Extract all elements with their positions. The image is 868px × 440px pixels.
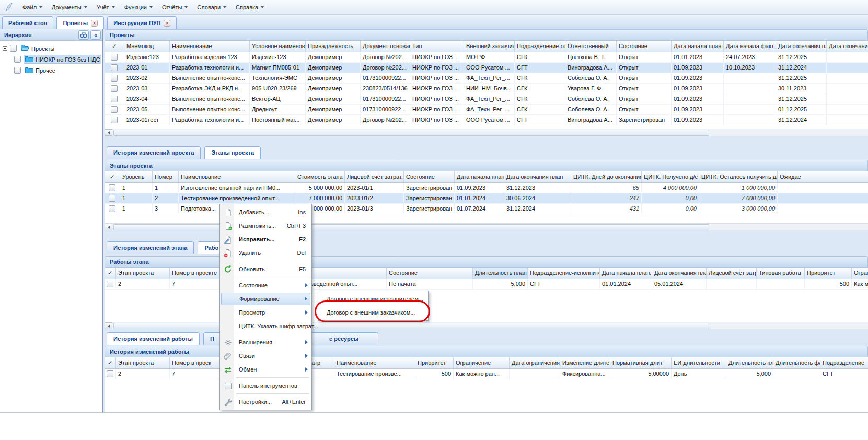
context-menu-item[interactable]: Размножить...Ctrl+F3: [221, 219, 310, 233]
column-header[interactable]: Подразделение: [820, 357, 868, 368]
tab-work-resources-2[interactable]: е ресурсы: [309, 332, 378, 345]
table-row[interactable]: 11Изготовление опытной партии ПМ0...5 00…: [105, 183, 868, 193]
table-row[interactable]: 2023-02Выполнение опытно-конс...Технолог…: [105, 73, 868, 84]
checkbox[interactable]: [111, 85, 118, 92]
row-checkbox-cell[interactable]: [105, 193, 120, 204]
table-row[interactable]: 2023-01тестРазработка технологии и...Пос…: [105, 115, 868, 125]
row-checkbox-cell[interactable]: [105, 105, 124, 115]
column-header[interactable]: Ответственный: [565, 41, 617, 52]
column-header[interactable]: Дата начала план.: [672, 41, 724, 52]
column-header[interactable]: Наименование: [179, 171, 295, 182]
column-header[interactable]: ✓: [105, 357, 116, 368]
tree-item-niokr[interactable]: НИОКР по ГОЗ без НДС: [0, 54, 102, 65]
column-header[interactable]: Дата начала план: [455, 171, 504, 182]
menu-documents[interactable]: Документы: [47, 2, 92, 13]
horizontal-scrollbar[interactable]: [105, 129, 868, 136]
checkbox[interactable]: [111, 106, 118, 113]
column-header[interactable]: ЦИТК. Осталось получить д/с: [699, 171, 778, 182]
column-header[interactable]: ✓: [105, 41, 124, 52]
checkbox[interactable]: [111, 75, 118, 82]
column-header[interactable]: ✓: [105, 268, 116, 279]
column-header[interactable]: Условное наименова: [250, 41, 306, 52]
column-header[interactable]: Длительность фак: [773, 357, 820, 368]
row-checkbox-cell[interactable]: [105, 183, 120, 193]
column-header[interactable]: ЦИТК. Дней до окончания: [571, 171, 642, 182]
column-header[interactable]: Ограничение: [454, 357, 510, 368]
column-header[interactable]: Нормативная длит: [610, 357, 672, 368]
submenu-item[interactable]: Договор с внешним заказчиком...: [319, 306, 427, 319]
column-header[interactable]: Лицевой счёт затр: [707, 268, 757, 279]
column-header[interactable]: Дата окончани: [827, 41, 868, 52]
row-checkbox-cell[interactable]: [105, 204, 120, 214]
column-header[interactable]: Дата ограничения: [510, 357, 560, 368]
scroll-left-icon[interactable]: [105, 224, 112, 230]
column-header[interactable]: Подразделение-исполнитель.: [528, 268, 600, 279]
column-header[interactable]: Уровень: [120, 171, 153, 182]
column-header[interactable]: ЕИ длительности: [672, 357, 726, 368]
tab-stage-history[interactable]: История изменений этапа: [107, 241, 194, 254]
context-menu-item[interactable]: ОбновитьF5: [221, 262, 310, 276]
tab-project-stages[interactable]: Этапы проекта: [204, 146, 261, 159]
column-header[interactable]: Дата окончания план: [504, 171, 571, 182]
column-header[interactable]: Наименование: [334, 357, 415, 368]
menu-accounting[interactable]: Учёт: [92, 2, 120, 13]
column-header[interactable]: Этап проекта: [116, 268, 170, 279]
column-header[interactable]: Дата начала факт.: [724, 41, 776, 52]
column-header[interactable]: Типовая работа: [757, 268, 805, 279]
checkbox[interactable]: [225, 383, 232, 389]
column-header[interactable]: Состояние: [617, 41, 672, 52]
column-header[interactable]: Приоритет: [415, 357, 454, 368]
menu-dictionaries[interactable]: Словари: [192, 2, 231, 13]
column-header[interactable]: Внешний заказчик: [464, 41, 515, 52]
column-header[interactable]: Изменение длите: [560, 357, 610, 368]
column-header[interactable]: Номер в проекте: [170, 268, 226, 279]
column-header[interactable]: Дата окончания пл: [776, 41, 827, 52]
tree-item-projects[interactable]: Проекты: [0, 43, 102, 54]
column-header[interactable]: Состояние: [404, 171, 455, 182]
checkbox[interactable]: [109, 195, 115, 202]
column-header[interactable]: Длительность пла: [726, 357, 773, 368]
row-checkbox-cell[interactable]: [105, 369, 116, 379]
column-header[interactable]: Мнемокод: [124, 41, 170, 52]
submenu-item[interactable]: Договор с внешним исполнителем...: [319, 292, 427, 306]
close-icon[interactable]: ✕: [164, 20, 170, 27]
scrollbar-thumb[interactable]: [113, 224, 709, 230]
context-menu-item[interactable]: Просмотр: [221, 306, 310, 319]
tree-item-other[interactable]: Прочее: [0, 65, 102, 76]
close-icon[interactable]: ✕: [91, 20, 98, 27]
table-row[interactable]: 2023-01Разработка технологии и...Магнит …: [105, 63, 868, 73]
row-checkbox-cell[interactable]: [105, 115, 124, 125]
column-header[interactable]: Этап проекта: [116, 357, 170, 368]
table-row[interactable]: 2023-03Разработка ЭКД и РКД н...905-U020…: [105, 84, 868, 94]
expander-minus-icon[interactable]: [3, 46, 7, 51]
collapse-panel-icon[interactable]: «: [90, 30, 101, 40]
table-row[interactable]: Изделие123Разработка изделия 123Изделие-…: [105, 52, 868, 63]
row-checkbox-cell[interactable]: [105, 84, 124, 94]
context-menu-item[interactable]: ЦИТК. Указать шифр затрат...: [221, 319, 310, 333]
row-checkbox-cell[interactable]: [105, 94, 124, 105]
column-header[interactable]: Тип: [410, 41, 464, 52]
checkbox[interactable]: [107, 281, 113, 287]
column-header[interactable]: Лицевой счёт затрат.: [345, 171, 404, 182]
tab-work-history[interactable]: История изменений работы: [107, 332, 200, 345]
column-header[interactable]: Номер в проек: [170, 357, 226, 368]
scroll-left-icon[interactable]: [105, 322, 112, 329]
table-row[interactable]: 2023-04Выполнение опытно-конс...Вектор-А…: [105, 94, 868, 105]
checkbox[interactable]: [10, 45, 17, 52]
checkbox[interactable]: [111, 54, 118, 61]
row-checkbox-cell[interactable]: [105, 63, 124, 73]
column-header[interactable]: Приоритет: [805, 268, 852, 279]
menu-functions[interactable]: Функции: [120, 2, 157, 13]
tab-desktop[interactable]: Рабочий стол: [2, 16, 53, 29]
checkbox[interactable]: [111, 96, 118, 102]
menu-reports[interactable]: Отчёты: [157, 2, 192, 13]
menu-help[interactable]: Справка: [231, 2, 269, 13]
tab-project-history[interactable]: История изменений проекта: [107, 146, 201, 159]
checkbox[interactable]: [111, 64, 118, 71]
context-menu-item[interactable]: УдалитьDel: [221, 246, 310, 260]
column-header[interactable]: Подразделение-от: [515, 41, 565, 52]
checkbox[interactable]: [107, 370, 113, 377]
column-header[interactable]: ✓: [105, 171, 120, 182]
checkbox[interactable]: [14, 56, 21, 63]
table-row[interactable]: 12Тестирование произведенной опыт...7 00…: [105, 193, 868, 204]
